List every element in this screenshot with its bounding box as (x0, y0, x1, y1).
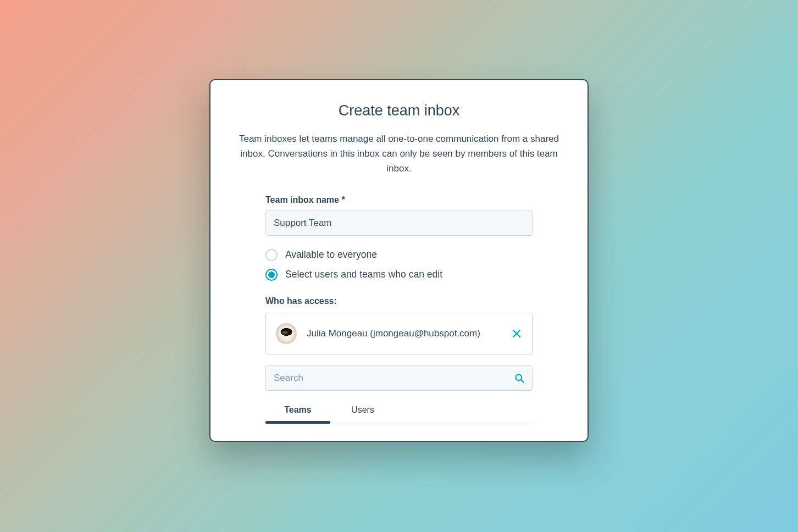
access-radio-group: Available to everyone Select users and t… (265, 249, 533, 281)
who-has-access-label: Who has access: (265, 296, 533, 306)
radio-available-everyone[interactable]: Available to everyone (265, 249, 533, 261)
radio-icon (265, 269, 278, 281)
form-section: Team inbox name * Available to everyone … (265, 195, 533, 423)
radio-select-users[interactable]: Select users and teams who can edit (265, 269, 533, 281)
access-user-card: Julia Mongeau (jmongeau@hubspot.com) (265, 313, 533, 354)
svg-line-3 (521, 379, 524, 382)
radio-label: Select users and teams who can edit (285, 269, 442, 280)
avatar (276, 323, 297, 344)
search-icon (514, 373, 525, 384)
tab-teams[interactable]: Teams (265, 398, 330, 423)
inbox-name-input[interactable] (265, 210, 533, 236)
tabs: Teams Users (265, 398, 533, 423)
radio-icon (265, 249, 278, 261)
tab-users[interactable]: Users (330, 398, 395, 423)
create-team-inbox-modal: Create team inbox Team inboxes let teams… (209, 79, 589, 442)
user-display: Julia Mongeau (jmongeau@hubspot.com) (307, 326, 501, 341)
remove-user-button[interactable] (511, 328, 522, 339)
radio-dot-icon (268, 271, 275, 278)
modal-description: Team inboxes let teams manage all one-to… (232, 131, 566, 176)
search-input[interactable] (265, 365, 533, 391)
inbox-name-label: Team inbox name * (265, 195, 533, 205)
radio-label: Available to everyone (285, 249, 377, 261)
close-icon (513, 330, 520, 337)
modal-title: Create team inbox (232, 102, 566, 119)
search-wrap (265, 365, 533, 391)
